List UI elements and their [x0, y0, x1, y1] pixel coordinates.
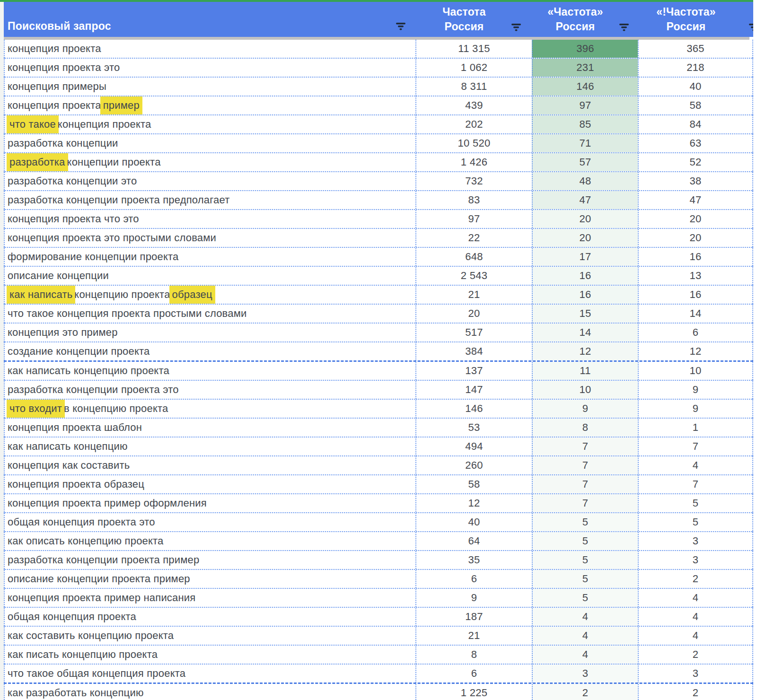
- freq-cell[interactable]: 20: [415, 305, 532, 323]
- freq-quoted-cell[interactable]: 396: [532, 40, 638, 58]
- freq-exact-cell[interactable]: 218: [638, 59, 753, 77]
- freq-exact-cell[interactable]: 20: [638, 210, 753, 228]
- freq-cell[interactable]: 260: [415, 456, 532, 474]
- freq-quoted-cell[interactable]: 5: [532, 570, 638, 588]
- freq-exact-cell[interactable]: 5: [638, 494, 753, 512]
- freq-quoted-cell[interactable]: 7: [532, 456, 638, 474]
- query-cell[interactable]: разработка концепции: [4, 134, 415, 152]
- freq-exact-cell[interactable]: 2: [638, 684, 753, 700]
- freq-exact-cell[interactable]: 47: [638, 191, 753, 209]
- freq-cell[interactable]: 83: [415, 191, 532, 209]
- freq-quoted-cell[interactable]: 3: [532, 665, 638, 682]
- query-cell[interactable]: разработка концепции это: [4, 172, 415, 190]
- freq-cell[interactable]: 6: [415, 570, 532, 588]
- freq-quoted-cell[interactable]: 16: [532, 267, 638, 285]
- freq-cell[interactable]: 97: [415, 210, 532, 228]
- freq-quoted-cell[interactable]: 11: [532, 362, 638, 380]
- freq-exact-cell[interactable]: 7: [638, 475, 753, 493]
- freq-cell[interactable]: 40: [415, 513, 532, 531]
- freq-quoted-cell[interactable]: 7: [532, 475, 638, 493]
- freq-quoted-cell[interactable]: 4: [532, 627, 638, 645]
- freq-exact-cell[interactable]: 3: [638, 551, 753, 569]
- query-cell[interactable]: разработка концепции проекта это: [4, 381, 415, 399]
- freq-exact-cell[interactable]: 2: [638, 646, 753, 664]
- freq-quoted-cell[interactable]: 2: [532, 684, 638, 700]
- filter-icon[interactable]: [619, 24, 629, 31]
- freq-exact-cell[interactable]: 16: [638, 286, 753, 304]
- freq-exact-cell[interactable]: 20: [638, 229, 753, 247]
- freq-exact-cell[interactable]: 13: [638, 267, 753, 285]
- column-header-freq[interactable]: Частота Россия: [415, 2, 532, 37]
- freq-cell[interactable]: 22: [415, 229, 532, 247]
- query-cell[interactable]: как написать концепцию проекта: [4, 362, 415, 380]
- freq-cell[interactable]: 147: [415, 381, 532, 399]
- query-cell[interactable]: как писать концепцию проекта: [4, 646, 415, 664]
- freq-cell[interactable]: 12: [415, 494, 532, 512]
- freq-exact-cell[interactable]: 52: [638, 153, 753, 171]
- column-header-query[interactable]: Поисковый запрос: [4, 2, 415, 37]
- query-cell[interactable]: создание концепции проекта: [4, 342, 415, 360]
- query-cell[interactable]: концепция проекта пример: [4, 96, 415, 114]
- freq-exact-cell[interactable]: 63: [638, 134, 753, 152]
- freq-quoted-cell[interactable]: 5: [532, 532, 638, 550]
- freq-quoted-cell[interactable]: 10: [532, 381, 638, 399]
- freq-exact-cell[interactable]: 12: [638, 342, 753, 360]
- query-cell[interactable]: разработка концепции проекта: [4, 153, 415, 171]
- freq-quoted-cell[interactable]: 97: [532, 96, 638, 114]
- filter-icon[interactable]: [748, 24, 753, 31]
- freq-quoted-cell[interactable]: 15: [532, 305, 638, 323]
- query-cell[interactable]: что входит в концепцию проекта: [4, 400, 415, 418]
- freq-cell[interactable]: 35: [415, 551, 532, 569]
- freq-cell[interactable]: 146: [415, 400, 532, 418]
- query-cell[interactable]: как написать концепцию: [4, 438, 415, 455]
- freq-exact-cell[interactable]: 10: [638, 362, 753, 380]
- freq-cell[interactable]: 494: [415, 438, 532, 455]
- query-cell[interactable]: концепция это пример: [4, 324, 415, 341]
- freq-exact-cell[interactable]: 40: [638, 78, 753, 96]
- freq-quoted-cell[interactable]: 5: [532, 589, 638, 607]
- freq-exact-cell[interactable]: 7: [638, 438, 753, 455]
- query-cell[interactable]: концепция проекта что это: [4, 210, 415, 228]
- query-cell[interactable]: описание концепции проекта пример: [4, 570, 415, 588]
- freq-cell[interactable]: 11 315: [415, 40, 532, 58]
- freq-quoted-cell[interactable]: 4: [532, 646, 638, 664]
- freq-exact-cell[interactable]: 4: [638, 627, 753, 645]
- freq-exact-cell[interactable]: 84: [638, 115, 753, 133]
- freq-quoted-cell[interactable]: 5: [532, 551, 638, 569]
- freq-quoted-cell[interactable]: 9: [532, 400, 638, 418]
- column-header-freq-quoted[interactable]: «Частота» Россия: [532, 2, 638, 37]
- freq-cell[interactable]: 137: [415, 362, 532, 380]
- freq-quoted-cell[interactable]: 16: [532, 286, 638, 304]
- freq-exact-cell[interactable]: 6: [638, 324, 753, 341]
- filter-icon[interactable]: [511, 24, 521, 31]
- query-cell[interactable]: концепция проекта: [4, 40, 415, 58]
- freq-cell[interactable]: 1 062: [415, 59, 532, 77]
- freq-quoted-cell[interactable]: 14: [532, 324, 638, 341]
- freq-quoted-cell[interactable]: 7: [532, 494, 638, 512]
- freq-cell[interactable]: 53: [415, 419, 532, 437]
- query-cell[interactable]: общая концепция проекта: [4, 608, 415, 626]
- freq-exact-cell[interactable]: 58: [638, 96, 753, 114]
- freq-cell[interactable]: 21: [415, 627, 532, 645]
- freq-quoted-cell[interactable]: 47: [532, 191, 638, 209]
- freq-quoted-cell[interactable]: 71: [532, 134, 638, 152]
- freq-quoted-cell[interactable]: 231: [532, 59, 638, 77]
- freq-exact-cell[interactable]: 4: [638, 608, 753, 626]
- query-cell[interactable]: формирование концепции проекта: [4, 248, 415, 266]
- freq-exact-cell[interactable]: 9: [638, 381, 753, 399]
- freq-exact-cell[interactable]: 3: [638, 532, 753, 550]
- freq-cell[interactable]: 21: [415, 286, 532, 304]
- freq-exact-cell[interactable]: 16: [638, 248, 753, 266]
- query-cell[interactable]: как составить концепцию проекта: [4, 627, 415, 645]
- query-cell[interactable]: разработка концепции проекта пример: [4, 551, 415, 569]
- freq-exact-cell[interactable]: 9: [638, 400, 753, 418]
- query-cell[interactable]: концепция как составить: [4, 456, 415, 474]
- query-cell[interactable]: разработка концепции проекта предполагае…: [4, 191, 415, 209]
- freq-cell[interactable]: 58: [415, 475, 532, 493]
- freq-exact-cell[interactable]: 38: [638, 172, 753, 190]
- freq-exact-cell[interactable]: 14: [638, 305, 753, 323]
- freq-exact-cell[interactable]: 4: [638, 456, 753, 474]
- freq-cell[interactable]: 6: [415, 665, 532, 682]
- freq-exact-cell[interactable]: 5: [638, 513, 753, 531]
- query-cell[interactable]: что такое концепция проекта: [4, 115, 415, 133]
